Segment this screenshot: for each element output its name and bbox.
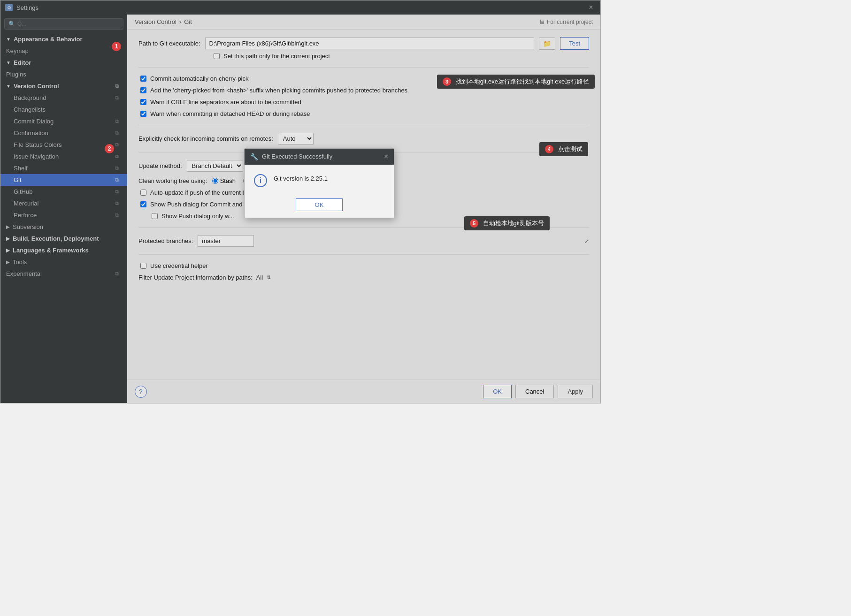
info-icon: i xyxy=(254,174,267,187)
modal-title-bar: 🔧 Git Executed Successfully × xyxy=(245,149,394,165)
modal-ok-button[interactable]: OK xyxy=(296,198,343,211)
git-success-modal: 🔧 Git Executed Successfully × i Git vers… xyxy=(244,148,394,218)
modal-close-button[interactable]: × xyxy=(384,152,388,161)
git-icon: 🔧 xyxy=(250,153,258,160)
modal-body: i Git version is 2.25.1 xyxy=(245,165,394,195)
modal-title: Git Executed Successfully xyxy=(262,153,380,160)
modal-message: Git version is 2.25.1 xyxy=(274,174,328,183)
settings-window: ⚙ Settings × 🔍 ▼ Appearance & Behavior K… xyxy=(0,0,601,403)
modal-overlay: 🔧 Git Executed Successfully × i Git vers… xyxy=(0,0,600,403)
modal-footer: OK xyxy=(245,195,394,218)
